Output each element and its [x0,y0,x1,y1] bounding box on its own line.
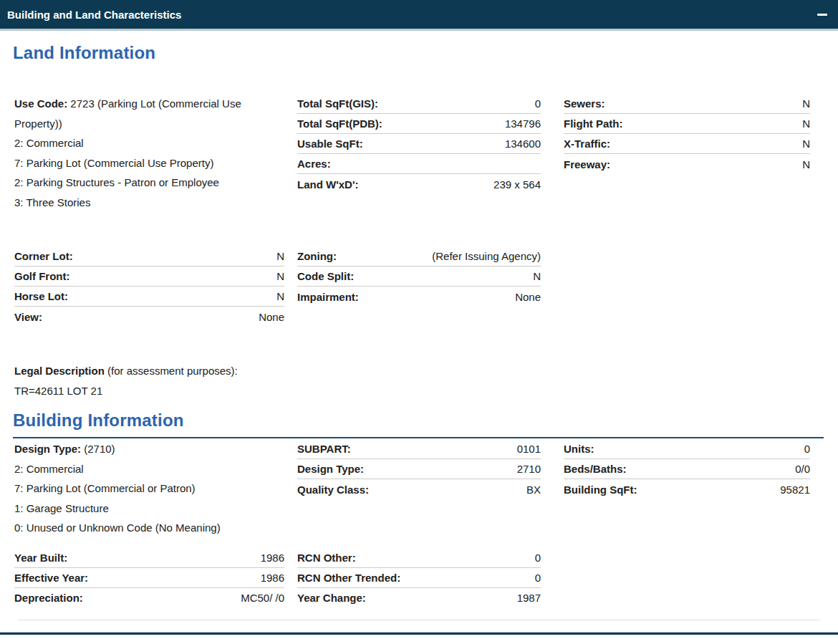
use-code-line: 2: Commercial [14,133,284,153]
field-value: (Refer Issuing Agency) [432,250,541,262]
field-row: Usable SqFt: 134600 [297,134,541,154]
field-row: Acres: [297,154,541,174]
land-sqft-rows: Total SqFt(GIS): 0 Total SqFt(PDB): 1347… [297,94,541,194]
field-row: Quality Class: BX [297,479,541,499]
use-code-line: 7: Parking Lot (Commercial Use Property) [14,153,284,173]
field-label: RCN Other: [297,552,356,564]
design-type-paragraph: Design Type: (2710) 2: Commercial 7: Par… [14,439,284,538]
lot-rows: Corner Lot: N Golf Front: N Horse Lot: N… [14,246,284,327]
field-row: Land W'xD': 239 x 564 [297,174,541,194]
field-row: Freeway: N [564,154,810,174]
field-label: Land W'xD': [297,178,358,191]
field-value: BX [526,484,541,496]
field-row: Year Built: 1986 [14,548,284,568]
field-label: RCN Other Trended: [297,572,400,584]
field-row: Building SqFt: 95821 [564,479,810,499]
section-header: Building and Land Characteristics [0,0,838,31]
use-code-line: 3: Three Stories [14,193,284,213]
rcn-rows: RCN Other: 0 RCN Other Trended: 0 Year C… [297,548,541,608]
field-label: Impairment: [297,291,359,303]
field-row: Impairment: None [297,287,541,307]
use-code-label: Use Code: [14,97,67,110]
field-label: Zoning: [297,250,337,262]
field-row: Design Type: 2710 [297,459,541,479]
field-row: Total SqFt(PDB): 134796 [297,114,541,134]
field-value: None [515,291,541,303]
field-value: N [802,158,810,170]
land-group-2: Corner Lot: N Golf Front: N Horse Lot: N… [0,246,838,327]
field-row: Horse Lot: N [14,287,284,307]
design-type-line: 2: Commercial [14,459,284,479]
field-label: Freeway: [564,158,610,170]
field-row: Year Change: 1987 [297,588,541,608]
field-value: 0 [535,572,541,584]
year-rows: Year Built: 1986 Effective Year: 1986 De… [14,548,284,608]
field-value: 2710 [517,463,541,475]
field-value: N [533,270,541,282]
field-label: View: [14,311,42,323]
field-row: View: None [14,307,284,327]
field-value: None [259,311,284,323]
field-value: N [802,117,810,130]
field-value: 0101 [517,443,541,455]
building-information-heading: Building Information [0,410,838,431]
field-label: Code Split: [297,270,354,282]
field-value: N [276,270,284,282]
field-row: X-Traffic: N [564,134,810,154]
field-label: Units: [564,443,594,455]
field-value: 239 x 564 [493,178,541,191]
use-code-paragraph: Use Code: 2723 (Parking Lot (Commercial … [14,94,284,212]
field-label: Total SqFt(PDB): [297,117,382,130]
field-label: Acres: [297,158,331,170]
field-value: 0 [535,97,541,110]
field-row: Flight Path: N [564,114,810,134]
legal-description-value: TR=42611 LOT 21 [14,381,838,401]
field-row: RCN Other Trended: 0 [297,568,541,588]
field-value: N [276,250,284,262]
field-label: Effective Year: [14,572,88,584]
field-row: Code Split: N [297,266,541,287]
legal-description-suffix: (for assessment purposes): [105,365,238,377]
field-label: Depreciation: [14,592,83,604]
field-value: 0 [804,443,810,455]
field-label: Usable SqFt: [297,138,363,150]
field-label: Total SqFt(GIS): [297,97,378,110]
collapse-icon[interactable] [815,7,829,21]
field-label: Corner Lot: [14,250,73,262]
field-value: MC50/ /0 [241,592,284,604]
next-section-edge [0,632,838,635]
field-label: Sewers: [564,97,605,110]
land-flags-rows: Sewers: N Flight Path: N X-Traffic: N Fr… [564,94,810,174]
building-detail-rows: SUBPART: 0101 Design Type: 2710 Quality … [297,439,541,499]
section-title: Building and Land Characteristics [7,9,181,21]
zoning-rows: Zoning: (Refer Issuing Agency) Code Spli… [297,246,541,307]
field-row: Total SqFt(GIS): 0 [297,94,541,114]
field-row: Sewers: N [564,94,810,114]
field-row: Zoning: (Refer Issuing Agency) [297,246,541,266]
design-type-line: 1: Garage Structure [14,499,284,519]
field-value: N [802,97,810,110]
use-code-line: 2: Parking Structures - Patron or Employ… [14,173,284,193]
design-type-value: (2710) [81,443,115,455]
field-value: N [802,138,810,150]
field-label: Building SqFt: [564,484,637,496]
building-group-1: Design Type: (2710) 2: Commercial 7: Par… [0,439,838,538]
field-row: Effective Year: 1986 [14,568,284,588]
field-row: Units: 0 [564,439,810,459]
field-value: N [276,290,284,302]
field-value: 95821 [780,484,810,496]
section-bottom-divider [18,620,820,620]
field-value: 0 [535,552,541,564]
field-row: Golf Front: N [14,266,284,287]
field-label: Golf Front: [14,270,69,282]
legal-description-label: Legal Description [14,365,105,377]
design-type-line: 0: Unused or Unknown Code (No Meaning) [14,518,284,538]
building-heading-rule [13,437,824,438]
design-type-line: 7: Parking Lot (Commercial or Patron) [14,479,284,499]
field-value: 1986 [261,552,284,564]
field-label: Quality Class: [297,484,369,496]
field-row: Corner Lot: N [14,246,284,266]
design-type-label: Design Type: [14,443,81,455]
field-value: 1986 [261,572,284,584]
field-row: Beds/Baths: 0/0 [564,459,810,479]
